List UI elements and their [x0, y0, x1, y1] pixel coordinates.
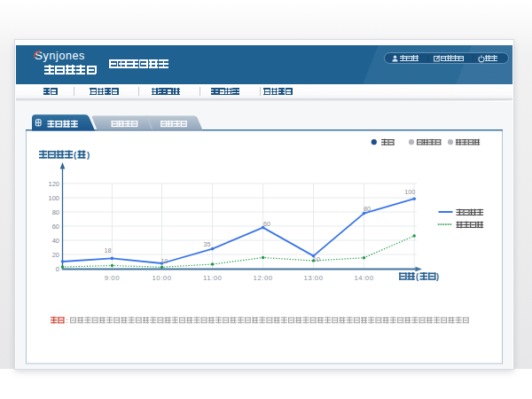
- svg-text:120: 120: [48, 180, 59, 188]
- svg-text::: :: [66, 317, 68, 325]
- svg-text:0: 0: [56, 265, 59, 273]
- svg-text:11:00: 11:00: [203, 274, 223, 282]
- svg-text:100: 100: [404, 188, 415, 196]
- svg-text:9:00: 9:00: [105, 274, 120, 282]
- svg-text:14:00: 14:00: [354, 274, 373, 282]
- svg-text:10:00: 10:00: [152, 274, 171, 282]
- svg-text:60: 60: [52, 223, 59, 231]
- svg-text:100: 100: [48, 194, 59, 202]
- svg-text:13:00: 13:00: [303, 274, 323, 282]
- svg-text:80: 80: [52, 208, 59, 216]
- svg-text:(: (: [416, 272, 419, 281]
- svg-text:20: 20: [52, 251, 59, 259]
- svg-text:80: 80: [364, 205, 371, 213]
- svg-text:12:00: 12:00: [254, 274, 273, 282]
- svg-text:60: 60: [263, 220, 270, 228]
- svg-text:18: 18: [105, 246, 112, 254]
- svg-text:): ): [87, 150, 90, 160]
- svg-text:10: 10: [313, 255, 320, 263]
- svg-text:10: 10: [161, 257, 168, 265]
- svg-text:40: 40: [52, 237, 59, 245]
- svg-text:): ): [436, 272, 439, 281]
- svg-text:35: 35: [204, 240, 211, 248]
